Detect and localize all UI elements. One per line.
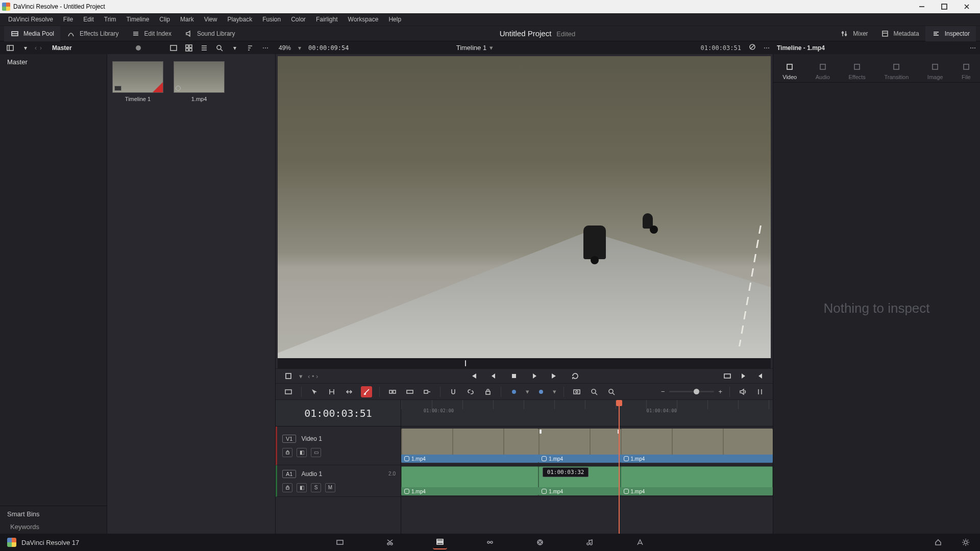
media-clip[interactable]: Timeline 1 — [112, 61, 163, 102]
smart-bin-keywords[interactable]: Keywords — [0, 520, 107, 534]
prev-edit-button[interactable] — [754, 370, 766, 382]
home-button[interactable] — [931, 535, 945, 549]
page-fairlight[interactable] — [583, 535, 597, 549]
chevron-down-icon[interactable]: ▾ — [298, 44, 301, 52]
page-color[interactable] — [533, 535, 547, 549]
replace-button[interactable] — [422, 386, 433, 397]
track-mute-button[interactable]: M — [325, 483, 335, 492]
inspector-more-button[interactable]: ⋯ — [970, 44, 976, 52]
menu-playback[interactable]: Playback — [222, 16, 257, 23]
flag-button[interactable] — [508, 386, 520, 397]
window-maximize-button[interactable] — [933, 0, 955, 13]
match-frame-button[interactable] — [722, 370, 733, 382]
chevron-down-icon[interactable]: ▾ — [299, 372, 303, 380]
track-auto-select-button[interactable]: ◧ — [297, 448, 307, 457]
menu-davinci-resolve[interactable]: DaVinci Resolve — [3, 16, 58, 23]
inspector-tab-audio[interactable]: Audio — [816, 63, 830, 80]
viewer-overlay-button[interactable] — [283, 370, 294, 382]
overwrite-button[interactable] — [404, 386, 415, 397]
go-to-end-button[interactable] — [549, 370, 560, 382]
viewer-more-button[interactable]: ⋯ — [764, 44, 770, 52]
page-deliver[interactable] — [633, 535, 647, 549]
track-header-a1[interactable]: A1 Audio 1 2.0 ◧ S M — [276, 465, 401, 497]
page-edit[interactable] — [433, 535, 447, 549]
search-button[interactable] — [213, 42, 226, 54]
more-button[interactable]: ⋯ — [259, 42, 272, 54]
insert-button[interactable] — [387, 386, 398, 397]
lock-button[interactable] — [482, 386, 494, 397]
menu-mark[interactable]: Mark — [175, 16, 199, 23]
menu-view[interactable]: View — [199, 16, 223, 23]
next-edit-button[interactable] — [738, 370, 749, 382]
track-header-v1[interactable]: V1 Video 1 ◧ ▭ — [276, 427, 401, 465]
stop-button[interactable] — [508, 370, 520, 382]
inspector-tab-effects[interactable]: Effects — [848, 63, 865, 80]
viewer-zoom[interactable]: 49% — [279, 44, 291, 52]
menu-trim[interactable]: Trim — [99, 16, 121, 23]
timeline-name-dropdown[interactable]: Timeline 1▾ — [456, 44, 493, 52]
timeline-view-options[interactable] — [283, 386, 294, 397]
selection-tool[interactable] — [309, 386, 320, 397]
audio-monitor-button[interactable] — [737, 386, 748, 397]
viewer-scrub-bar[interactable] — [278, 358, 771, 368]
media-pool-toggle[interactable]: Media Pool — [4, 26, 60, 41]
nav-forward-button[interactable]: › — [40, 44, 42, 52]
mixer-toggle[interactable]: Mixer — [834, 26, 874, 41]
zoom-to-fit-button[interactable] — [571, 386, 582, 397]
dynamic-trim-tool[interactable] — [344, 386, 355, 397]
thumbnail-view-button[interactable] — [167, 42, 180, 54]
track-solo-button[interactable]: S — [311, 483, 321, 492]
timeline-timecode[interactable]: 01:00:03:51 — [276, 400, 401, 427]
menu-timeline[interactable]: Timeline — [121, 16, 154, 23]
timeline-ruler[interactable]: 01:00:02:0001:00:04:00 — [401, 400, 773, 427]
page-fusion[interactable] — [483, 535, 497, 549]
window-minimize-button[interactable] — [911, 0, 933, 13]
timeline-clip[interactable]: 1.mp4 — [401, 429, 538, 463]
menu-fairlight[interactable]: Fairlight — [311, 16, 343, 23]
timeline-clip[interactable]: 1.mp4 — [621, 466, 773, 495]
viewer[interactable] — [276, 54, 773, 358]
track-auto-select-button[interactable]: ◧ — [297, 483, 307, 492]
go-to-start-button[interactable] — [468, 370, 479, 382]
marker-button[interactable] — [535, 386, 547, 397]
custom-zoom-button[interactable] — [606, 386, 617, 397]
timeline-body[interactable]: 01:00:02:0001:00:04:00 1.mp41.mp41.mp4 1… — [401, 400, 773, 534]
menu-help[interactable]: Help — [383, 16, 406, 23]
window-close-button[interactable] — [955, 0, 978, 13]
chevron-down-icon[interactable]: ▾ — [229, 42, 241, 54]
timeline-clip[interactable]: 1.mp4 — [538, 429, 620, 463]
track-lock-button[interactable] — [282, 483, 292, 492]
viewer-bypass-button[interactable] — [748, 43, 756, 53]
page-media[interactable] — [333, 535, 347, 549]
inspector-tab-video[interactable]: Video — [782, 63, 797, 80]
timeline-clip[interactable]: 1.mp4 — [621, 429, 773, 463]
chevron-down-icon[interactable]: ▾ — [553, 388, 556, 395]
detail-zoom-button[interactable] — [589, 386, 600, 397]
sound-library-toggle[interactable]: Sound Library — [178, 26, 241, 41]
nav-back-button[interactable]: ‹ — [35, 44, 37, 52]
inspector-tab-image[interactable]: Image — [927, 63, 943, 80]
sort-button[interactable] — [244, 42, 256, 54]
list-view-button[interactable] — [198, 42, 210, 54]
inspector-tab-file[interactable]: File — [962, 63, 971, 80]
play-button[interactable] — [529, 370, 540, 382]
timeline-zoom-slider[interactable]: −+ — [661, 388, 722, 395]
step-back-button[interactable] — [488, 370, 499, 382]
effects-library-toggle[interactable]: Effects Library — [60, 26, 125, 41]
chevron-down-icon[interactable]: ▾ — [19, 42, 32, 54]
menu-clip[interactable]: Clip — [154, 16, 175, 23]
timeline-clip[interactable]: 1.mp4 — [401, 466, 538, 495]
grid-view-button[interactable] — [183, 42, 195, 54]
chevron-down-icon[interactable]: ▾ — [526, 388, 529, 395]
loop-button[interactable] — [570, 370, 581, 382]
inspector-toggle[interactable]: Inspector — [925, 26, 976, 41]
blade-tool[interactable] — [361, 386, 372, 397]
project-settings-button[interactable] — [959, 535, 973, 549]
metadata-toggle[interactable]: Metadata — [874, 26, 925, 41]
page-cut[interactable] — [383, 535, 397, 549]
track-visible-button[interactable]: ▭ — [311, 448, 321, 457]
link-button[interactable] — [465, 386, 476, 397]
menu-color[interactable]: Color — [286, 16, 311, 23]
snap-button[interactable] — [448, 386, 459, 397]
media-clip[interactable]: 1.mp4 — [174, 61, 225, 102]
